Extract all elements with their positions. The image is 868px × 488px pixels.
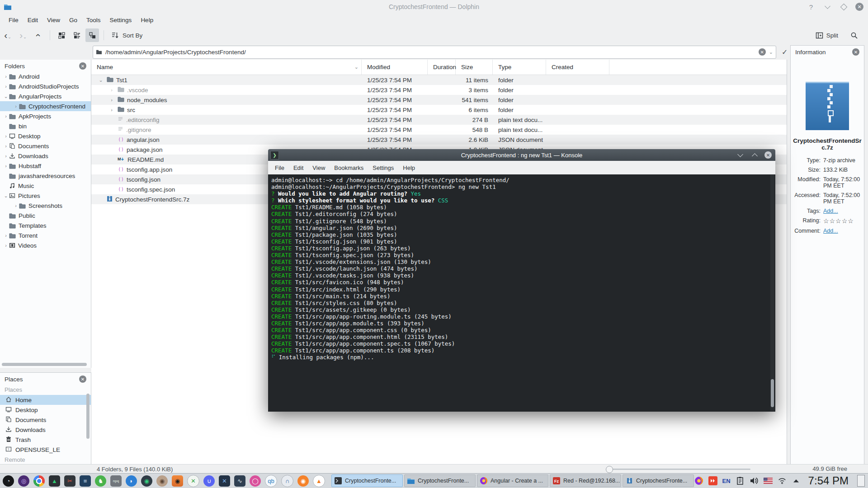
task-filezilla[interactable]: FzRed - Red@192.168...	[550, 474, 621, 487]
notepadqq-launcher[interactable]: npq	[110, 475, 122, 487]
details-view-button[interactable]	[70, 28, 84, 42]
firefox-tray-icon[interactable]	[694, 476, 703, 485]
up-button[interactable]: ‹	[32, 28, 45, 42]
places-item-home[interactable]: Home	[0, 395, 91, 405]
konsole-titlebar[interactable]: ❯ CryptochestFrontend : ng new Tst1 — Ko…	[268, 149, 775, 161]
menu-tools[interactable]: Tools	[82, 15, 105, 25]
sidebar-item-videos[interactable]: ›Videos	[0, 240, 91, 250]
task-ark[interactable]: CryptochestFronte...	[623, 474, 694, 487]
column-header-duration[interactable]: Duration	[428, 60, 456, 75]
sidebar-item-bin[interactable]: bin	[0, 121, 91, 131]
konsole-menu-bookmarks[interactable]: Bookmarks	[330, 163, 368, 173]
tor-browser-launcher[interactable]: ◎	[18, 475, 29, 487]
location-dropdown-icon[interactable]: ⌄	[769, 49, 773, 55]
chevron-right-icon[interactable]: ›	[3, 163, 9, 169]
sidebar-item-desktop[interactable]: ›Desktop	[0, 131, 91, 141]
column-header-type[interactable]: Type	[493, 60, 546, 75]
konsole-minimize-button[interactable]	[736, 150, 745, 160]
chevron-right-icon[interactable]: ›	[3, 233, 9, 238]
settings-launcher[interactable]: ≡	[80, 475, 91, 487]
tray-expander-icon[interactable]	[792, 476, 801, 485]
chevron-right-icon[interactable]: ›	[13, 203, 19, 208]
opensuse-launcher[interactable]: ◔	[3, 475, 14, 487]
konsole-menu-view[interactable]: View	[308, 163, 329, 173]
places-item-documents[interactable]: Documents	[0, 415, 91, 425]
vlc-launcher[interactable]: ▲	[313, 475, 325, 487]
crossover-launcher[interactable]: ✕	[187, 475, 199, 487]
chrome-launcher[interactable]	[33, 475, 45, 487]
clipboard-tray-icon[interactable]	[736, 476, 745, 485]
postgresql-launcher[interactable]: ∿	[234, 475, 245, 487]
places-item-trash[interactable]: Trash	[0, 435, 91, 445]
chevron-right-icon[interactable]: ›	[108, 87, 115, 93]
places-scrollbar[interactable]	[86, 394, 90, 439]
media-player-launcher[interactable]: ◉	[141, 475, 152, 487]
clock[interactable]: 7:54 PM	[808, 474, 849, 487]
table-row[interactable]: ›src1/25/23 7:54 PM6 itemsfolder	[91, 105, 787, 115]
konsole-maximize-button[interactable]	[750, 150, 759, 160]
icons-view-button[interactable]	[55, 28, 68, 42]
sidebar-item-documents[interactable]: ›Documents	[0, 141, 91, 151]
volume-tray-icon[interactable]	[750, 476, 759, 485]
search-button[interactable]	[847, 28, 861, 42]
chevron-right-icon[interactable]: ›	[3, 133, 9, 139]
terminal-scrollbar[interactable]	[770, 174, 774, 411]
konsole-menu-settings[interactable]: Settings	[368, 163, 398, 173]
sidebar-item-screenshots[interactable]: ›Screenshots	[0, 201, 91, 211]
dolphin-titlebar[interactable]: CryptochestFrontend — Dolphin ? ✕	[0, 0, 868, 14]
gimp-launcher[interactable]: ◉	[156, 475, 168, 487]
chevron-right-icon[interactable]: ›	[3, 74, 9, 79]
table-row[interactable]: ›.vscode1/25/23 7:54 PM3 itemsfolder	[91, 85, 787, 95]
sidebar-item-downloads[interactable]: ›Downloads	[0, 151, 91, 161]
folders-panel-close-icon[interactable]: ✕	[79, 62, 86, 70]
mascot-launcher[interactable]: ♞	[95, 475, 106, 487]
tree-view-button[interactable]	[85, 28, 99, 42]
konsole-close-button[interactable]: ✕	[764, 151, 772, 159]
thunderbird-launcher[interactable]: ◗	[126, 475, 137, 487]
column-header-created[interactable]: Created	[546, 60, 609, 75]
wifi-tray-icon[interactable]	[778, 476, 787, 485]
column-header-modified[interactable]: Modified	[362, 60, 428, 75]
chevron-down-icon[interactable]: ⌄	[3, 193, 9, 199]
table-row[interactable]: ⌄Tst11/25/23 7:54 PM11 itemsfolder	[91, 75, 787, 85]
chevron-down-icon[interactable]: ⌄	[98, 77, 104, 83]
show-desktop-button[interactable]	[857, 475, 865, 487]
split-button[interactable]: Split	[813, 28, 841, 42]
places-item-desktop[interactable]: Desktop	[0, 405, 91, 415]
chevron-right-icon[interactable]: ›	[3, 153, 9, 159]
sidebar-item-music[interactable]: Music	[0, 181, 91, 191]
help-button[interactable]: ?	[807, 2, 816, 11]
table-row[interactable]: ()angular.json1/25/23 7:54 PM2.6 KiBJSON…	[91, 135, 787, 145]
qbittorrent-launcher[interactable]: qb	[265, 475, 277, 487]
clear-location-icon[interactable]: ✕	[759, 48, 766, 56]
zoom-slider[interactable]	[606, 469, 750, 470]
chevron-right-icon[interactable]: ›	[108, 97, 115, 103]
konsole-menu-edit[interactable]: Edit	[289, 163, 307, 173]
close-button[interactable]: ✕	[855, 3, 863, 11]
information-panel-close-icon[interactable]: ✕	[852, 48, 859, 56]
table-row[interactable]: ›node_modules1/25/23 7:54 PM541 itemsfol…	[91, 95, 787, 105]
location-bar[interactable]: /home/admin/AngularProjects/CryptochestF…	[93, 46, 776, 59]
download-manager-tray-icon[interactable]	[708, 476, 717, 485]
sidebar-item-public[interactable]: Public	[0, 211, 91, 221]
blender-launcher[interactable]: ◉	[297, 475, 309, 487]
sidebar-item-androidstudioprojects[interactable]: ›AndroidStudioProjects	[0, 81, 91, 91]
location-path[interactable]: /home/admin/AngularProjects/CryptochestF…	[105, 49, 755, 56]
chevron-right-icon[interactable]: ›	[108, 107, 115, 113]
menu-help[interactable]: Help	[137, 15, 157, 25]
places-panel-close-icon[interactable]: ✕	[79, 375, 86, 383]
column-header-size[interactable]: Size	[456, 60, 493, 75]
sidebar-item-templates[interactable]: Templates	[0, 221, 91, 230]
zoom-slider-knob[interactable]	[606, 466, 613, 473]
menu-edit[interactable]: Edit	[24, 15, 42, 25]
sidebar-item-hubstaff[interactable]: ›Hubstaff	[0, 161, 91, 171]
sidebar-item-javasharedresources[interactable]: javasharedresources	[0, 171, 91, 181]
konsole-menu-file[interactable]: File	[271, 163, 288, 173]
picard-launcher[interactable]: ◯	[250, 475, 261, 487]
menu-view[interactable]: View	[43, 15, 64, 25]
spectacle-launcher[interactable]: ✂	[64, 475, 75, 487]
menu-go[interactable]: Go	[65, 15, 81, 25]
sidebar-item-apkprojects[interactable]: ›ApkProjects	[0, 111, 91, 121]
sidebar-item-torrent[interactable]: ›Torrent	[0, 230, 91, 240]
task-firefox[interactable]: Angular - Create a ...	[477, 474, 548, 487]
